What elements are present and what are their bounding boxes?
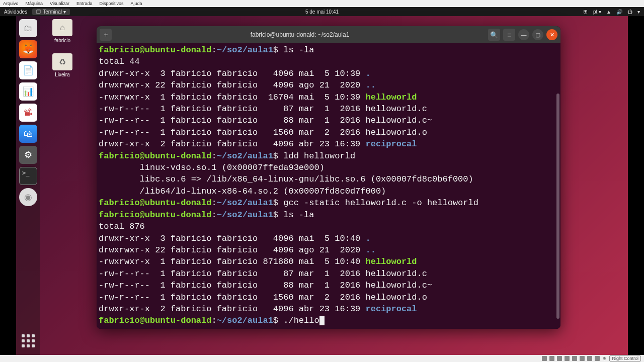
trash-icon: ♻	[52, 53, 72, 70]
search-button[interactable]: 🔍	[488, 29, 500, 41]
dock-disc[interactable]: ◉	[19, 188, 37, 206]
terminal-output[interactable]: fabricio@ubuntu-donald:~/so2/aula1$ ls -…	[97, 43, 560, 329]
virtualbox-statusbar: 🖰 Right Control	[0, 355, 644, 362]
window-title: fabricio@ubuntu-donald: ~/so2/aula1	[115, 31, 485, 38]
app-menu-terminal[interactable]: ❐ Terminal ▾	[32, 9, 70, 15]
vbox-menu-file[interactable]: Arquivo	[3, 1, 19, 6]
vbox-cpu-icon[interactable]	[595, 356, 600, 361]
volume-icon[interactable]: 🔊	[616, 9, 622, 15]
vbox-shared-icon[interactable]	[572, 356, 577, 361]
dock: 🗂 🦊 📄 📊 📽 🛍 ⚙ ◉	[16, 16, 40, 355]
dock-calc[interactable]: 📊	[19, 82, 37, 101]
network-icon[interactable]: ▲	[606, 9, 611, 15]
vbox-hostkey[interactable]: Right Control	[609, 355, 641, 361]
minimize-button[interactable]: —	[518, 29, 529, 40]
dock-firefox[interactable]: 🦊	[19, 40, 37, 58]
dock-writer[interactable]: 📄	[19, 61, 37, 79]
show-applications[interactable]	[19, 332, 37, 350]
power-icon[interactable]: ⏻	[627, 9, 632, 15]
dock-files[interactable]: 🗂	[19, 19, 37, 37]
hamburger-menu[interactable]: ≡	[503, 29, 515, 41]
activities-button[interactable]: Atividades	[4, 9, 27, 15]
vbox-display-icon[interactable]	[580, 356, 585, 361]
desktop-home-folder[interactable]: ⌂ fabricio	[47, 19, 77, 43]
language-indicator[interactable]: pt ▾	[593, 9, 601, 15]
app-menu-label: Terminal ▾	[43, 9, 66, 15]
maximize-button[interactable]: ▢	[532, 29, 543, 40]
vbox-cd-icon[interactable]	[549, 356, 554, 361]
dock-impress[interactable]: 📽	[19, 104, 37, 122]
home-icon: ⌂	[52, 19, 72, 36]
dock-terminal[interactable]	[19, 167, 37, 185]
virtualbox-menu[interactable]: Arquivo Máquina Visualizar Entrada Dispo…	[0, 0, 644, 7]
new-tab-button[interactable]: ＋	[100, 29, 112, 41]
vbox-net-icon[interactable]	[557, 356, 562, 361]
chevron-down-icon[interactable]: ▾	[637, 9, 640, 15]
vbox-usb-icon[interactable]	[565, 356, 570, 361]
vbox-menu-view[interactable]: Visualizar	[50, 1, 69, 6]
terminal-icon: ❐	[36, 9, 41, 15]
vbox-hd-icon[interactable]	[542, 356, 547, 361]
vbox-menu-input[interactable]: Entrada	[76, 1, 93, 6]
desktop-trash[interactable]: ♻ Lixeira	[47, 53, 77, 77]
shield-icon[interactable]: ⛨	[583, 9, 588, 15]
dock-settings[interactable]: ⚙	[19, 146, 37, 164]
vbox-menu-machine[interactable]: Máquina	[26, 1, 43, 6]
dock-software[interactable]: 🛍	[19, 125, 37, 143]
terminal-scrollbar[interactable]	[556, 94, 559, 319]
desktop-home-label: fabricio	[47, 38, 77, 43]
vbox-menu-devices[interactable]: Dispositivos	[99, 1, 123, 6]
vbox-menu-help[interactable]: Ajuda	[130, 1, 142, 6]
desktop-trash-label: Lixeira	[47, 72, 77, 77]
desktop: 🗂 🦊 📄 📊 📽 🛍 ⚙ ◉ ⌂ fabricio ♻ Lixeira ＋ f…	[16, 16, 628, 355]
clock[interactable]: 5 de mai 10:41	[305, 9, 339, 15]
close-button[interactable]: ✕	[546, 29, 557, 40]
vbox-rec-icon[interactable]	[587, 356, 592, 361]
gnome-topbar: Atividades ❐ Terminal ▾ 5 de mai 10:41 ⛨…	[0, 7, 644, 16]
terminal-titlebar[interactable]: ＋ fabricio@ubuntu-donald: ~/so2/aula1 🔍 …	[97, 26, 560, 43]
vbox-mouse-icon[interactable]: 🖰	[602, 356, 607, 361]
terminal-window: ＋ fabricio@ubuntu-donald: ~/so2/aula1 🔍 …	[97, 26, 560, 329]
